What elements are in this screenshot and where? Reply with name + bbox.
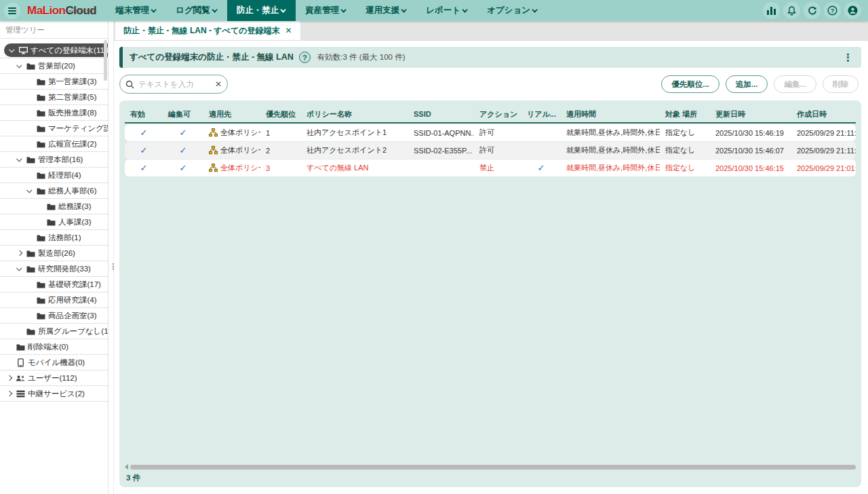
column-header-6[interactable]: アクション (474, 109, 521, 119)
top-navigation-bar: マリオンクラウドMaLionCloud 端末管理ログ閲覧防止・禁止資産管理運用支… (0, 0, 868, 21)
management-tree-sidebar: 管理ツリー すべての登録端末(114) 営業部(20) 第一営業課(3) 第二営… (0, 21, 108, 494)
table-header-row: 有効編集可適用先優先順位ポリシー名称SSIDアクションリアル...適用時間対象 … (125, 106, 856, 124)
column-header-4[interactable]: ポリシー名称 (301, 109, 408, 119)
tree-item-2[interactable]: 第一営業課(3) (0, 74, 108, 90)
column-header-0[interactable]: 有効 (125, 109, 163, 119)
tree-item-9[interactable]: 総務人事部(6) (0, 183, 108, 199)
tree-item-4[interactable]: 販売推進課(8) (0, 105, 108, 121)
hamburger-menu-icon[interactable] (4, 3, 20, 19)
tree-item-12[interactable]: 法務部(1) (0, 230, 108, 246)
chevron-down-icon (151, 7, 156, 12)
menu-item-4[interactable]: 運用支援 (356, 0, 416, 21)
chevron-right-icon[interactable] (7, 375, 12, 381)
editable-check-icon: ✓ (180, 163, 187, 173)
column-header-7[interactable]: リアル... (521, 109, 561, 119)
search-clear-icon[interactable]: ✕ (215, 79, 222, 89)
global-policy-icon (209, 128, 218, 137)
scroll-left-arrow-icon[interactable] (125, 464, 128, 470)
column-header-8[interactable]: 適用時間 (561, 109, 660, 119)
scrollbar-thumb[interactable] (130, 465, 856, 470)
folder-icon (37, 109, 45, 117)
column-header-3[interactable]: 優先順位 (260, 109, 301, 119)
chevron-down-icon (341, 7, 347, 12)
action-button-0[interactable]: 優先順位... (661, 75, 719, 93)
editable-check-icon: ✓ (180, 128, 187, 138)
tree-item-22[interactable]: 中継サービス(2) (0, 386, 108, 402)
stats-icon[interactable] (763, 2, 780, 19)
menu-item-1[interactable]: ログ閲覧 (166, 0, 227, 21)
tree-item-14[interactable]: 研究開発部(33) (0, 261, 108, 277)
management-tree: すべての登録端末(114) 営業部(20) 第一営業課(3) 第二営業課(5) … (0, 39, 108, 402)
column-header-11[interactable]: 作成日時 (791, 109, 856, 119)
sidebar-divider: ⋮ (108, 21, 114, 494)
enabled-count-text: 有効数:3 件 (最大 100 件) (317, 52, 406, 62)
main-content: 防止・禁止 - 無線 LAN - すべての登録端末 ✕ すべての登録端末の防止・… (114, 21, 868, 494)
tree-item-0[interactable]: すべての登録端末(114) (0, 43, 108, 58)
menu-item-2[interactable]: 防止・禁止 (227, 0, 296, 21)
tab-close-icon[interactable]: ✕ (285, 26, 292, 35)
tree-item-7[interactable]: 管理本部(16) (0, 152, 108, 168)
sidebar-title: 管理ツリー (0, 21, 108, 39)
tree-item-1[interactable]: 営業部(20) (0, 58, 108, 74)
chevron-down-icon[interactable] (16, 62, 22, 68)
account-icon[interactable] (844, 2, 861, 19)
tree-item-19[interactable]: 削除端末(0) (0, 339, 108, 355)
search-icon (125, 80, 134, 89)
column-header-5[interactable]: SSID (408, 110, 474, 118)
column-header-2[interactable]: 適用先 (203, 109, 260, 119)
folder-icon (37, 125, 45, 132)
search-input[interactable] (138, 80, 206, 88)
kebab-menu-icon[interactable]: ⋮ (842, 52, 854, 64)
chevron-down-icon (462, 7, 467, 12)
app-logo: マリオンクラウドMaLionCloud (27, 0, 96, 21)
menu-item-5[interactable]: レポート (416, 0, 477, 21)
tree-item-20[interactable]: モバイル機器(0) (0, 355, 108, 370)
menu-item-0[interactable]: 端末管理 (106, 0, 166, 21)
column-header-1[interactable]: 編集可 (163, 109, 203, 119)
page-help-icon[interactable]: ? (299, 52, 311, 63)
chevron-down-icon[interactable] (26, 187, 32, 193)
folder-icon (37, 312, 45, 320)
folder-icon (47, 203, 56, 210)
sidebar-scrollbar[interactable] (104, 40, 107, 81)
action-button-2: 編集... (774, 75, 816, 93)
tree-item-15[interactable]: 基礎研究課(17) (0, 277, 108, 292)
folder-icon (26, 156, 35, 164)
tree-item-5[interactable]: マーケティング課(2) (0, 121, 108, 136)
chevron-down-icon[interactable] (16, 265, 22, 271)
tree-item-17[interactable]: 商品企画室(3) (0, 308, 108, 324)
chevron-right-icon[interactable] (17, 250, 22, 256)
logo-part1: MaLion (27, 4, 66, 17)
table-row-1[interactable]: ✓ ✓ 全体ポリシー 2 社内アクセスポイント2 SSID-02-E355P..… (125, 142, 856, 159)
tree-item-16[interactable]: 応用研究課(4) (0, 292, 108, 308)
tree-item-8[interactable]: 経理部(4) (0, 168, 108, 183)
tree-item-18[interactable]: 所属グループなし(19) (0, 324, 108, 339)
chevron-right-icon[interactable] (7, 391, 12, 396)
column-header-10[interactable]: 更新日時 (710, 109, 791, 119)
action-button-1[interactable]: 追加... (726, 75, 768, 93)
chevron-down-icon[interactable] (16, 156, 22, 162)
tab-wireless-lan[interactable]: 防止・禁止 - 無線 LAN - すべての登録端末 ✕ (115, 21, 300, 40)
column-header-9[interactable]: 対象 場所 (660, 109, 710, 119)
folder-icon (37, 140, 45, 148)
menu-item-6[interactable]: オプション (477, 0, 547, 21)
chevron-down-icon (281, 7, 286, 12)
menu-item-3[interactable]: 資産管理 (296, 0, 356, 21)
tree-item-11[interactable]: 人事課(3) (0, 214, 108, 230)
folder-icon (37, 297, 45, 304)
folder-icon (16, 343, 25, 351)
global-policy-icon (209, 164, 218, 172)
tree-item-6[interactable]: 広報宣伝課(2) (0, 136, 108, 152)
table-row-0[interactable]: ✓ ✓ 全体ポリシー 1 社内アクセスポイント1 SSID-01-AQPNN..… (125, 124, 856, 141)
tree-item-13[interactable]: 製造部(26) (0, 246, 108, 261)
tree-item-21[interactable]: ユーザー(112) (0, 370, 108, 386)
folder-icon (37, 187, 45, 195)
notifications-icon[interactable] (783, 2, 800, 19)
help-icon[interactable]: ? (824, 2, 841, 19)
chevron-down-icon[interactable] (9, 47, 14, 52)
tree-item-10[interactable]: 総務課(3) (0, 199, 108, 214)
logo-ruby: マリオンクラウド (68, 1, 96, 22)
table-row-2[interactable]: ✓ ✓ 全体ポリシー 3 すべての無線 LAN 禁止 ✓ 就業時間,昼休み,時間… (125, 159, 856, 176)
tree-item-3[interactable]: 第二営業課(5) (0, 90, 108, 105)
refresh-icon[interactable] (804, 2, 821, 19)
